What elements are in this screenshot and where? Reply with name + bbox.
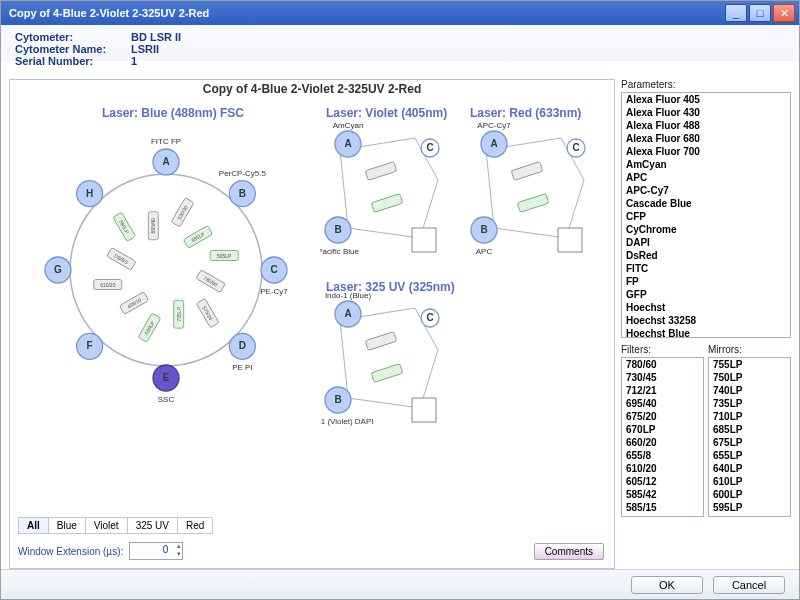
list-item[interactable]: 655LP: [709, 449, 790, 462]
svg-text:APC: APC: [476, 247, 493, 256]
window-extension-label: Window Extension (µs):: [18, 546, 123, 557]
config-canvas: Copy of 4-Blue 2-Violet 2-325UV 2-Red La…: [9, 79, 615, 569]
list-item[interactable]: 730/45: [622, 371, 703, 384]
tab-uv[interactable]: 325 UV: [127, 518, 178, 534]
svg-text:PerCP-Cy5.5: PerCP-Cy5.5: [219, 169, 267, 178]
mirrors-listbox[interactable]: 755LP750LP740LP735LP710LP685LP675LP655LP…: [708, 357, 791, 517]
list-item[interactable]: 655/8: [622, 449, 703, 462]
window-extension-input[interactable]: 0: [129, 542, 183, 560]
svg-text:A: A: [344, 138, 351, 149]
laser-tabs: AllBlueViolet325 UVRed: [18, 517, 212, 534]
list-item[interactable]: APC: [622, 171, 790, 184]
list-item[interactable]: DAPI: [622, 236, 790, 249]
tab-blue[interactable]: Blue: [48, 518, 86, 534]
list-item[interactable]: 660/20: [622, 436, 703, 449]
list-item[interactable]: FP: [622, 275, 790, 288]
list-item[interactable]: CFP: [622, 210, 790, 223]
list-item[interactable]: 780/60: [622, 358, 703, 371]
list-item[interactable]: 750LP: [709, 371, 790, 384]
list-item[interactable]: 610/20: [622, 462, 703, 475]
list-item[interactable]: 755LP: [709, 358, 790, 371]
cytometer-name-label: Cytometer Name:: [15, 43, 125, 55]
close-button[interactable]: ✕: [773, 4, 795, 22]
serial-value: 1: [131, 55, 137, 67]
svg-text:PE-Cy7: PE-Cy7: [260, 287, 288, 296]
list-item[interactable]: DsRed: [622, 249, 790, 262]
list-item[interactable]: Hoechst Blue: [622, 327, 790, 338]
laser-violet-label: Laser: Violet (405nm): [326, 106, 447, 120]
list-item[interactable]: 585/15: [622, 501, 703, 514]
uv-trigon-diagram[interactable]: AIndo-1 (Blue) BIndo-1 (Violet) DAPI C: [320, 290, 460, 440]
svg-rect-59: [558, 228, 582, 252]
svg-text:E: E: [163, 372, 170, 383]
tab-all[interactable]: All: [18, 518, 49, 534]
list-item[interactable]: Alexa Fluor 430: [622, 106, 790, 119]
svg-text:735LP: 735LP: [176, 306, 182, 321]
window-extension-row: Window Extension (µs): 0: [18, 542, 183, 560]
list-item[interactable]: 675/20: [622, 410, 703, 423]
comments-button[interactable]: Comments: [534, 543, 604, 560]
mirrors-label: Mirrors:: [708, 344, 791, 355]
minimize-button[interactable]: _: [725, 4, 747, 22]
svg-text:G: G: [54, 264, 62, 275]
list-item[interactable]: 675LP: [709, 436, 790, 449]
parameters-listbox[interactable]: Alexa Fluor 405Alexa Fluor 430Alexa Fluo…: [621, 92, 791, 338]
svg-text:B: B: [239, 188, 246, 199]
svg-text:SSC: SSC: [158, 395, 175, 404]
list-item[interactable]: 735LP: [709, 397, 790, 410]
svg-text:C: C: [270, 264, 277, 275]
list-item[interactable]: 560/20: [622, 514, 703, 517]
blue-octagon-diagram[interactable]: 695/40 530/30 685LP 505LP 780/60 575/26 …: [16, 110, 316, 430]
list-item[interactable]: Alexa Fluor 680: [622, 132, 790, 145]
svg-text:FITC FP: FITC FP: [151, 137, 181, 146]
list-item[interactable]: 640LP: [709, 462, 790, 475]
list-item[interactable]: Alexa Fluor 488: [622, 119, 790, 132]
list-item[interactable]: 556LP: [709, 514, 790, 517]
maximize-button[interactable]: □: [749, 4, 771, 22]
cytometer-label: Cytometer:: [15, 31, 125, 43]
list-item[interactable]: 610LP: [709, 475, 790, 488]
list-item[interactable]: 712/21: [622, 384, 703, 397]
laser-red-label: Laser: Red (633nm): [470, 106, 581, 120]
list-item[interactable]: APC-Cy7: [622, 184, 790, 197]
cytometer-header: Cytometer: BD LSR II Cytometer Name: LSR…: [1, 25, 799, 71]
list-item[interactable]: Hoechst: [622, 301, 790, 314]
filters-listbox[interactable]: 780/60730/45712/21695/40675/20670LP660/2…: [621, 357, 704, 517]
titlebar: Copy of 4-Blue 2-Violet 2-325UV 2-Red _ …: [1, 1, 799, 25]
list-item[interactable]: 605/12: [622, 475, 703, 488]
list-item[interactable]: Alexa Fluor 700: [622, 145, 790, 158]
ok-button[interactable]: OK: [631, 576, 703, 594]
list-item[interactable]: GFP: [622, 288, 790, 301]
svg-text:610/20: 610/20: [100, 282, 116, 288]
list-item[interactable]: 585/42: [622, 488, 703, 501]
list-item[interactable]: 600LP: [709, 488, 790, 501]
tab-violet[interactable]: Violet: [85, 518, 128, 534]
list-item[interactable]: 685LP: [709, 423, 790, 436]
list-item[interactable]: 695/40: [622, 397, 703, 410]
red-trigon-diagram[interactable]: AAPC-Cy7 BAPC C: [466, 120, 606, 270]
svg-text:695/40: 695/40: [150, 218, 156, 234]
list-item[interactable]: 670LP: [622, 423, 703, 436]
svg-text:Indo-1 (Blue): Indo-1 (Blue): [325, 291, 372, 300]
cancel-button[interactable]: Cancel: [713, 576, 785, 594]
svg-text:AmCyan: AmCyan: [333, 121, 364, 130]
svg-text:B: B: [480, 224, 487, 235]
list-item[interactable]: CyChrome: [622, 223, 790, 236]
list-item[interactable]: 740LP: [709, 384, 790, 397]
list-item[interactable]: Alexa Fluor 405: [622, 93, 790, 106]
violet-trigon-diagram[interactable]: AAmCyan BPacific Blue C: [320, 120, 460, 270]
svg-text:F: F: [87, 340, 93, 351]
list-item[interactable]: FITC: [622, 262, 790, 275]
list-item[interactable]: 710LP: [709, 410, 790, 423]
svg-text:B: B: [334, 224, 341, 235]
tab-red[interactable]: Red: [177, 518, 213, 534]
list-item[interactable]: 595LP: [709, 501, 790, 514]
svg-text:H: H: [86, 188, 93, 199]
list-item[interactable]: Hoechst 33258: [622, 314, 790, 327]
window-buttons: _ □ ✕: [725, 4, 795, 22]
svg-text:B: B: [334, 394, 341, 405]
list-item[interactable]: AmCyan: [622, 158, 790, 171]
list-item[interactable]: Cascade Blue: [622, 197, 790, 210]
dialog-window: Copy of 4-Blue 2-Violet 2-325UV 2-Red _ …: [0, 0, 800, 600]
svg-text:Indo-1 (Violet) DAPI: Indo-1 (Violet) DAPI: [320, 417, 374, 426]
